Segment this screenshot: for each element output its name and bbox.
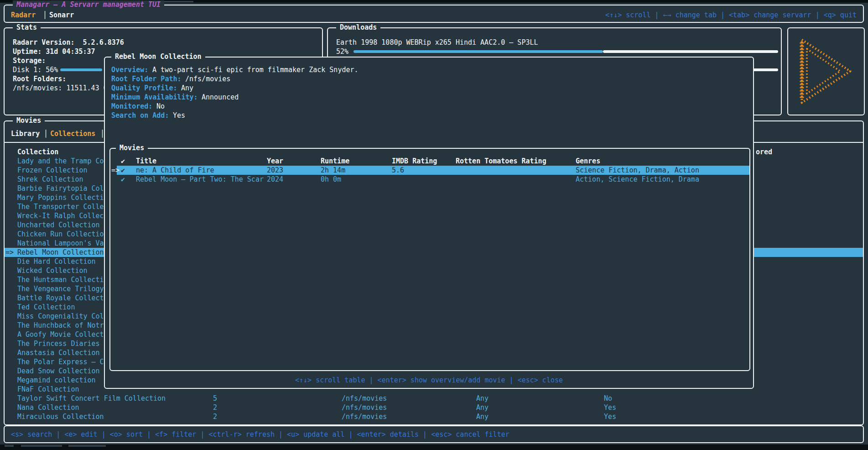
modal-movie-row[interactable]: =>✔ne: A Child of Fire20232h 14m5.6Scien… [110,166,749,175]
collection-name: Anastasia Collection [17,348,100,357]
collection-name: Barbie Fairytopia Col [17,184,104,193]
modal-movie-row[interactable]: ✔Rebel Moon – Part Two: The Scar20240h 0… [110,175,749,184]
collection-movies: 2 [213,412,217,421]
collection-name: Die Hard Collection [17,257,96,266]
collection-root_folder: /nfs/movies [342,403,387,412]
disk-usage: Disk 1: 56% [13,65,58,74]
modal-field-label: Minimum Availability: [111,93,198,102]
collection-name: Wicked Collection [17,266,88,275]
movie-imdb: 5.6 [392,166,404,175]
collections-header: Collection [17,147,58,157]
download-progress-rest [603,50,778,53]
modal-table-header: ✔ Title Year Runtime IMDB Rating Rotten … [110,157,749,166]
managarr-screen: Managarr – A Servarr management TUI Rada… [0,0,868,450]
modal-field: Monitored:No [105,102,753,111]
collection-name: National Lampoon's Va [17,239,104,248]
collection-name: Chicken Run Collectio [17,230,104,239]
collection-row[interactable]: Miraculous Collection2/nfs/moviesAnyYes [5,412,863,421]
col-genres: Genres [576,157,600,166]
collection-name: The Transporter Colle [17,202,104,211]
collection-name: The Vengeance Trilogy [17,284,104,293]
collection-name: Rebel Moon Collection [17,248,104,257]
download-percent: 52% [336,47,348,56]
movie-title: Rebel Moon – Part Two: The Scar [136,175,264,184]
logo-panel [787,27,865,115]
collection-name: Frozen Collection [17,166,88,175]
movie-check: ✔ [121,166,125,175]
collection-name: The Princess Diaries [17,339,100,348]
root-folder-size: /nfs/movies: 11511.43 GB [13,84,112,93]
modal-title: Rebel Moon Collection [111,52,205,61]
collection-monitored: Yes [604,403,616,412]
movie-title: ne: A Child of Fire [136,166,214,175]
collection-name: Dead Snow Collection [17,366,100,376]
movie-runtime: 0h 0m [321,175,341,184]
col-title: Title [136,157,156,166]
tab-library[interactable]: Library [11,129,40,138]
monitored-header-fragment: ored [756,147,772,157]
root-folders-label: Root Folders: [13,74,66,84]
tab-collections[interactable]: Collections [50,129,95,138]
col-year: Year [267,157,283,166]
tab-radarr[interactable]: Radarr [11,10,36,20]
selected-row-arrow: => [5,248,14,257]
movie-runtime: 2h 14m [321,166,345,175]
modal-field-value: Any [181,84,193,93]
movie-genres: Science Fiction, Drama, Action [576,166,699,175]
top-bar: Managarr – A Servarr management TUI Rada… [4,5,864,23]
collection-name: The Huntsman Collecti [17,275,104,284]
movies-tab-divider: │ [44,129,48,138]
col-monitored-check: ✔ [121,157,125,166]
collection-details-modal: Rebel Moon Collection Overview:A two-par… [104,57,754,389]
collection-root_folder: /nfs/movies [342,412,387,421]
play-logo-icon [795,34,857,108]
collection-name: Uncharted Collection [17,220,100,230]
radarr-version: Radarr Version: 5.2.6.8376 [13,38,124,47]
collection-name: Lady and the Tramp Co [17,157,104,166]
tab-sonarr[interactable]: Sonarr [49,10,74,20]
download-item-name: Earth 1998 1080p WEBRip x265 Hindi AAC2.… [336,38,538,47]
uptime: Uptime: 31d 04:35:37 [13,47,95,56]
movie-genres: Action, Science Fiction, Drama [576,175,699,184]
footer-bar: <s> search | <e> edit | <o> sort | <f> f… [4,425,864,443]
movie-check: ✔ [121,175,125,184]
modal-field-value: /nfs/movies [185,74,230,84]
app-title: Managarr – A Servarr management TUI [13,0,164,9]
modal-field-value: Yes [173,111,185,120]
col-runtime: Runtime [321,157,349,166]
collection-name: FNaF Collection [17,385,79,394]
collection-root_folder: /nfs/movies [342,394,387,403]
collection-name: Miraculous Collection [17,412,104,421]
collection-row[interactable]: Taylor Swift Concert Film Collection5/nf… [5,394,863,403]
downloads-panel-title: Downloads [336,23,380,31]
modal-field-value: Announced [202,93,239,102]
collection-quality_profile: Any [476,412,489,421]
collection-name: Taylor Swift Concert Film Collection [17,394,166,403]
bottom-clipped-row [0,445,868,450]
modal-field-label: Monitored: [111,102,152,111]
collection-movies: 5 [213,394,217,403]
collection-name: Battle Royale Collect [17,293,104,303]
collection-movies: 2 [213,403,217,412]
storage-label: Storage: [13,56,46,65]
selected-movie-arrow: => [111,166,120,175]
footer-keybinds: <s> search | <e> edit | <o> sort | <f> f… [11,430,509,439]
collection-row[interactable]: Nana Collection2/nfs/moviesAnyYes [5,403,863,412]
modal-field-value: A two-part sci-fi epic from filmmaker Za… [152,65,359,74]
collection-name: Nana Collection [17,403,79,412]
collection-quality_profile: Any [476,394,489,403]
collection-quality_profile: Any [476,403,489,412]
collection-name: A Goofy Movie Collect [17,330,104,339]
tab-divider: │ [43,10,47,20]
modal-field-label: Root Folder Path: [111,74,182,84]
modal-field: Minimum Availability:Announced [105,93,753,102]
collection-monitored: No [604,394,612,403]
modal-field-value: No [156,102,165,111]
movies-panel-title: Movies [13,116,45,125]
movie-year: 2024 [267,175,283,184]
movie-year: 2023 [267,166,283,175]
col-rt: Rotten Tomatoes Rating [456,157,546,166]
collection-name: Megamind collection [17,376,96,385]
collection-name: Wreck-It Ralph Collec [17,211,104,220]
col-imdb: IMDB Rating [392,157,437,166]
